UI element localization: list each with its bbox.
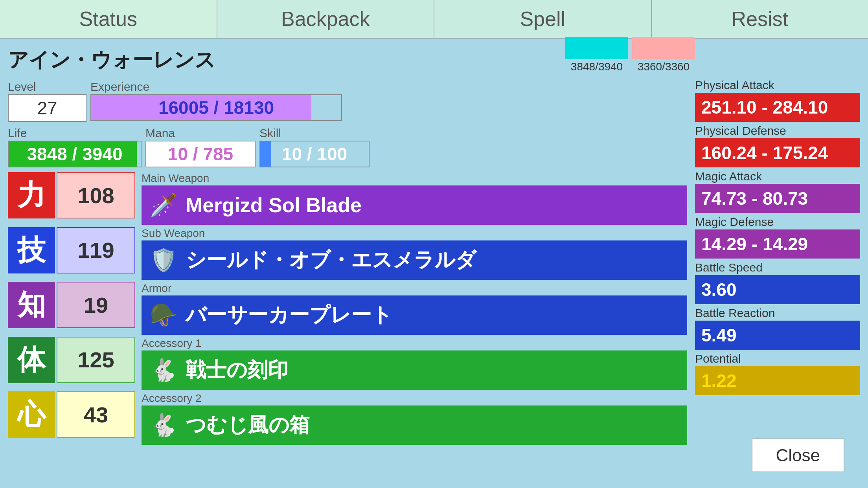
equip-accessory2-label: Accessory 2 xyxy=(142,392,687,405)
combat-battle-reaction: Battle Reaction 5.49 xyxy=(695,306,860,350)
physical-attack-value: 251.10 - 284.10 xyxy=(695,93,860,122)
exp-progress-box: 16005 / 18130 xyxy=(90,94,342,121)
stat-label-tai: 体 xyxy=(8,337,55,383)
magic-attack-label: Magic Attack xyxy=(695,169,860,184)
mana-text: 10 / 785 xyxy=(146,143,255,165)
stat-label-kokoro: 心 xyxy=(8,391,55,438)
mana-label: Mana xyxy=(145,127,256,140)
stat-value-waza: 119 xyxy=(57,227,135,273)
mana-group: Mana 10 / 785 xyxy=(145,127,256,167)
equip-accessory1-label: Accessory 1 xyxy=(142,337,687,350)
hp-bar-visual xyxy=(565,37,628,59)
combat-physical-defense: Physical Defense 160.24 - 175.24 xyxy=(695,123,860,167)
potential-label: Potential xyxy=(695,351,860,366)
accessory2-name: つむじ風の箱 xyxy=(186,411,310,439)
level-label: Level xyxy=(8,80,86,94)
combat-magic-defense: Magic Defense 14.29 - 14.29 xyxy=(695,215,860,259)
equip-sub-weapon[interactable]: Sub Weapon 🛡️ シールド・オブ・エスメラルダ xyxy=(142,227,687,280)
stats-grid: 力 108 技 119 知 19 体 125 心 43 xyxy=(8,172,135,445)
physical-attack-label: Physical Attack xyxy=(695,78,860,93)
equip-main-weapon-label: Main Weapon xyxy=(142,172,687,185)
combat-potential: Potential 1.22 xyxy=(695,351,860,395)
exp-group: Experience 16005 / 18130 xyxy=(90,80,342,121)
skill-text: 10 / 100 xyxy=(260,143,369,165)
tab-status[interactable]: Status xyxy=(0,0,217,38)
combat-magic-attack: Magic Attack 74.73 - 80.73 xyxy=(695,169,860,213)
life-label: Life xyxy=(8,127,142,140)
potential-value: 1.22 xyxy=(695,366,860,395)
main-weapon-icon: 🗡️ xyxy=(148,189,179,221)
equip-armor[interactable]: Armor 🪖 バーサーカープレート xyxy=(142,282,687,335)
top-nav: Status Backpack Spell Resist xyxy=(0,0,868,39)
mp-label: 3360/3360 xyxy=(638,61,690,73)
magic-defense-label: Magic Defense xyxy=(695,215,860,229)
equip-armor-row[interactable]: 🪖 バーサーカープレート xyxy=(142,295,687,335)
equip-accessory2-row[interactable]: 🐇 つむじ風の箱 xyxy=(142,405,687,445)
stat-label-waza: 技 xyxy=(8,227,55,273)
close-button[interactable]: Close xyxy=(752,438,845,472)
exp-label: Experience xyxy=(90,80,342,94)
combat-physical-attack: Physical Attack 251.10 - 284.10 xyxy=(695,78,860,122)
hp-mp-indicators: 3848/3940 3360/3360 xyxy=(565,37,695,73)
stats-equip-row: 力 108 技 119 知 19 体 125 心 43 Main Weapon xyxy=(8,172,687,445)
equip-main-weapon-row[interactable]: 🗡️ Mergizd Sol Blade xyxy=(142,185,687,225)
level-exp-row: Level 27 Experience 16005 / 18130 xyxy=(8,80,687,122)
battle-reaction-value: 5.49 xyxy=(695,321,860,350)
skill-bar: 10 / 100 xyxy=(259,141,370,167)
equip-sub-weapon-row[interactable]: 🛡️ シールド・オブ・エスメラルダ xyxy=(142,240,687,280)
hp-box: 3848/3940 xyxy=(565,37,628,73)
battle-reaction-label: Battle Reaction xyxy=(695,306,860,321)
main-weapon-name: Mergizd Sol Blade xyxy=(186,193,362,217)
accessory1-name: 戦士の刻印 xyxy=(186,356,288,384)
equip-armor-label: Armor xyxy=(142,282,687,295)
lms-row: Life 3848 / 3940 Mana 10 / 785 Skill 10 … xyxy=(8,127,687,167)
stat-value-chikara: 108 xyxy=(57,172,135,218)
equip-accessory2[interactable]: Accessory 2 🐇 つむじ風の箱 xyxy=(142,392,687,445)
equip-main-weapon[interactable]: Main Weapon 🗡️ Mergizd Sol Blade xyxy=(142,172,687,225)
stat-label-chikara: 力 xyxy=(8,172,55,218)
stat-value-chi: 19 xyxy=(57,282,135,328)
stat-value-tai: 125 xyxy=(57,337,135,383)
armor-icon: 🪖 xyxy=(148,299,179,331)
stat-value-kokoro: 43 xyxy=(57,391,135,438)
mana-bar: 10 / 785 xyxy=(145,141,256,167)
accessory2-icon: 🐇 xyxy=(148,409,179,441)
battle-speed-value: 3.60 xyxy=(695,275,860,304)
armor-name: バーサーカープレート xyxy=(186,301,392,329)
level-group: Level 27 xyxy=(8,80,86,122)
mp-box: 3360/3360 xyxy=(632,37,695,73)
equip-sub-weapon-label: Sub Weapon xyxy=(142,227,687,240)
skill-group: Skill 10 / 100 xyxy=(259,127,370,167)
right-panel: Physical Attack 251.10 - 284.10 Physical… xyxy=(695,78,860,483)
life-bar: 3848 / 3940 xyxy=(8,141,142,167)
magic-defense-value: 14.29 - 14.29 xyxy=(695,229,860,259)
tab-resist[interactable]: Resist xyxy=(652,0,868,38)
sub-weapon-name: シールド・オブ・エスメラルダ xyxy=(186,246,476,274)
life-text: 3848 / 3940 xyxy=(9,143,141,165)
mp-bar-visual xyxy=(632,37,695,59)
tab-spell[interactable]: Spell xyxy=(434,0,652,38)
equip-list: Main Weapon 🗡️ Mergizd Sol Blade Sub Wea… xyxy=(142,172,687,445)
level-value: 27 xyxy=(8,94,86,122)
equip-accessory1[interactable]: Accessory 1 🐇 戦士の刻印 xyxy=(142,337,687,390)
stat-label-chi: 知 xyxy=(8,282,55,328)
sub-weapon-icon: 🛡️ xyxy=(148,244,179,276)
battle-speed-label: Battle Speed xyxy=(695,260,860,275)
accessory1-icon: 🐇 xyxy=(148,354,179,386)
combat-battle-speed: Battle Speed 3.60 xyxy=(695,260,860,304)
skill-label: Skill xyxy=(259,127,370,140)
magic-attack-value: 74.73 - 80.73 xyxy=(695,184,860,213)
left-panel: アイン・ウォーレンス Level 27 Experience 16005 / 1… xyxy=(8,46,687,483)
physical-defense-value: 160.24 - 175.24 xyxy=(695,138,860,167)
hp-label: 3848/3940 xyxy=(571,61,623,73)
exp-text: 16005 / 18130 xyxy=(91,97,341,118)
main-content: アイン・ウォーレンス Level 27 Experience 16005 / 1… xyxy=(0,39,868,488)
physical-defense-label: Physical Defense xyxy=(695,123,860,138)
equip-accessory1-row[interactable]: 🐇 戦士の刻印 xyxy=(142,350,687,390)
life-group: Life 3848 / 3940 xyxy=(8,127,142,167)
tab-backpack[interactable]: Backpack xyxy=(217,0,435,38)
